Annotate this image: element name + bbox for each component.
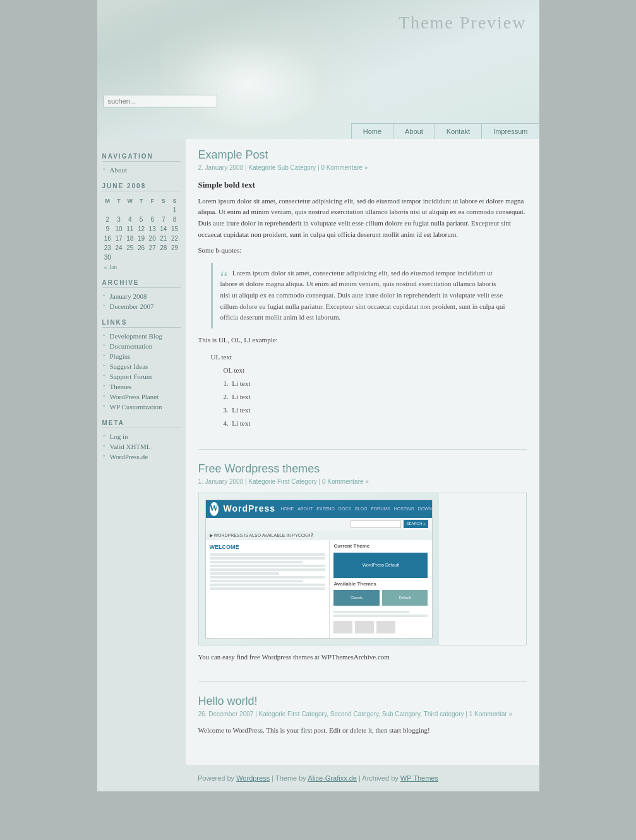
post-body-2: You can easy find free Wordpress themes … [198,652,527,663]
sidebar-link-about[interactable]: About [102,165,181,175]
archive-section-title: ARCHIVE [102,279,181,288]
post-meta-2: 1. January 2008 | Kategorie First Catego… [198,478,527,485]
calendar: M T W T F S S 1 [102,196,181,272]
cal-row: 1 [102,205,181,215]
nav-home[interactable]: Home [351,123,393,139]
wp-body-right: Current Theme WordPress Default Availabl… [330,540,431,638]
sidebar-link-support[interactable]: Support Forum [102,371,181,381]
cal-header-f: F [147,196,158,205]
post-category-1[interactable]: Kategorie Sub Category [248,164,316,171]
footer-archived-by: | Archived by [359,774,399,782]
post-divider-1 [198,449,527,450]
wp-logo-text: WordPress [224,501,276,515]
nav-bar: Home About Kontakt Impressum [351,123,539,139]
search-input[interactable] [104,95,217,107]
sidebar-link-december2007[interactable]: December 2007 [102,301,181,311]
wp-theme-preview: WordPress Default [363,561,400,568]
cal-header-t2: T [136,196,147,205]
post-meta-3: 26. December 2007 | Kategorie First Cate… [198,711,527,717]
post-bquotes-label: Some b-quotes: [198,245,527,256]
cal-header-m: M [102,196,114,205]
meta-section-title: META [102,419,181,428]
post-divider-2 [198,681,527,682]
sidebar-link-login[interactable]: Log in [102,431,181,441]
flower-decoration [160,0,381,139]
sidebar-link-devblog[interactable]: Development Blog [102,331,181,341]
post-content-3: Welcome to WordPress. This is your first… [198,725,527,736]
cal-header-w: W [124,196,136,205]
ol-item-1: 1. Li text [224,377,527,390]
wp-theme-box-alt-1: Classic [333,590,380,606]
wp-theme-box-1: WordPress Default [333,553,428,578]
nav-impressum[interactable]: Impressum [481,123,539,139]
footer-powered-by: Powered by [198,774,234,782]
wp-available-theme-boxes: Classic Default [333,590,428,606]
post-content-1: Simple bold text Lorem ipsum dolor sit a… [198,179,527,430]
wp-search-btn[interactable]: SEARCH » [404,520,428,529]
cal-row: 30 [102,253,181,262]
post-meta-1: 2. January 2008 | Kategorie Sub Category… [198,164,527,171]
post-comments-2[interactable]: 0 Kommentare » [322,478,369,485]
wp-body-left: WELCOME [206,540,330,638]
wp-search-row: SEARCH » [206,518,432,531]
post-subtitle-1: Simple bold text [198,179,527,192]
cal-row: 16171819202122 [102,234,181,243]
nav-about[interactable]: About [393,123,435,139]
calendar-table: M T W T F S S 1 [102,196,181,262]
site-footer: Powered by Wordpress | Theme by Alice-Gr… [97,765,539,791]
sidebar: NAVIGATION About JUNE 2008 M T W T F S S [97,139,186,765]
footer-archived-link[interactable]: WP Themes [400,774,438,782]
cal-header-s2: S [169,196,181,205]
sidebar-link-wpplanet[interactable]: WordPress Planet [102,392,181,402]
ol-item-2: 2. Li text [224,390,527,404]
sidebar-link-themes[interactable]: Themes [102,381,181,392]
sidebar-link-validxhtml[interactable]: Valid XHTML [102,441,181,452]
cal-header-t1: T [113,196,124,205]
search-bar [104,95,217,107]
post-example-post: Example Post 2. January 2008 | Kategorie… [198,148,527,430]
sidebar-link-plugins[interactable]: Plugins [102,351,181,361]
wp-current-theme-title: Current Theme [333,543,428,551]
post-hello-world: Hello world! 26. December 2007 | Kategor… [198,695,527,736]
post-free-wp-themes: Free Wordpress themes 1. January 2008 | … [198,462,527,663]
post-ul-label: This is UL, OL, LI example: [198,335,527,346]
ul-item: UL text [211,351,527,364]
sidebar-link-suggest[interactable]: Suggest Ideas [102,361,181,371]
sidebar-link-wpdotde[interactable]: WordPress.de [102,452,181,462]
footer-theme-link[interactable]: Alice-Grafixx.de [308,774,357,782]
cal-row: 9101112131415 [102,224,181,234]
wp-topbar: W WordPress HOME ABOUT EXTEND DOCS BLOG … [206,500,432,518]
nav-kontakt[interactable]: Kontakt [435,123,481,139]
wp-body: WELCOME [206,540,432,638]
ol-indent: OL text [224,364,527,377]
sidebar-link-wpcustom[interactable]: WP Customization [102,402,181,412]
wp-welcome-text: WELCOME [210,543,326,551]
sidebar-link-january2008[interactable]: January 2008 [102,291,181,301]
post-date-2: 1. January 2008 [198,478,244,485]
footer-wordpress-link[interactable]: Wordpress [236,774,270,782]
cal-row: 23242526272829 [102,243,181,253]
wp-screenshot-inner: W WordPress HOME ABOUT EXTEND DOCS BLOG … [205,500,433,639]
post-title-2: Free Wordpress themes [198,462,527,476]
post-date-1: 2. January 2008 [198,164,244,171]
sidebar-link-docs[interactable]: Documentation [102,341,181,351]
post-content-2: W WordPress HOME ABOUT EXTEND DOCS BLOG … [198,493,527,663]
post-comments-1[interactable]: 0 Kommentare » [321,164,368,171]
ol-item-4: 4. Li text [224,417,527,430]
post-body-1: Lorem ipsum dolor sit amet, consectetur … [198,196,527,240]
post-title-3: Hello world! [198,695,527,708]
post-category-2[interactable]: Kategorie First Category [248,478,316,485]
ol-item-3: 3. Li text [224,404,527,417]
site-header: Theme Preview Home About Kontakt Impress… [97,0,539,139]
post-category-3[interactable]: Kategorie First Category, Second Categor… [259,711,464,717]
calendar-nav[interactable]: « Jan [102,262,181,272]
wp-logo-icon: W [210,502,219,516]
post-comments-3[interactable]: 1 Kommentar » [469,711,512,717]
wp-theme-box-alt-2: Default [382,590,428,606]
navigation-section-title: NAVIGATION [102,153,181,162]
wp-screenshot-wrapper: W WordPress HOME ABOUT EXTEND DOCS BLOG … [198,493,527,645]
wp-available-themes-title: Available Themes [333,580,428,589]
cal-header-s1: S [158,196,169,205]
post-body-3: Welcome to WordPress. This is your first… [198,725,527,736]
links-section-title: LINKS [102,319,181,328]
